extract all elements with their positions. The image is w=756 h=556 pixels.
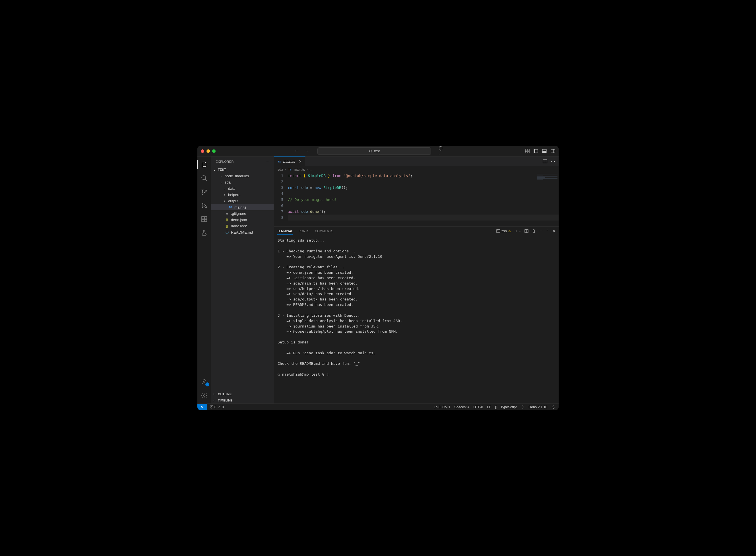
split-terminal-button[interactable] bbox=[525, 229, 529, 233]
timeline-section[interactable]: › TIMELINE bbox=[211, 397, 274, 404]
encoding[interactable]: UTF-8 bbox=[474, 405, 483, 409]
panel-tab-terminal[interactable]: TERMINAL bbox=[277, 228, 293, 235]
tree-folder-helpers[interactable]: › helpers bbox=[211, 192, 274, 198]
breadcrumb-item[interactable]: main.ts bbox=[294, 168, 305, 172]
chevron-right-icon: › bbox=[223, 200, 226, 203]
minimap[interactable] bbox=[536, 173, 559, 226]
copilot-button[interactable]: ⌄ bbox=[438, 146, 443, 156]
svg-point-32 bbox=[523, 407, 523, 407]
breadcrumb[interactable]: sda › TS main.ts › ... bbox=[274, 167, 559, 173]
toggle-sidebar-button[interactable] bbox=[534, 149, 538, 153]
nav-forward-button[interactable]: → bbox=[304, 148, 310, 154]
remote-button[interactable] bbox=[197, 404, 207, 410]
svg-rect-23 bbox=[205, 216, 207, 219]
activity-testing[interactable] bbox=[197, 227, 211, 238]
eol[interactable]: LF bbox=[487, 405, 491, 409]
activity-search[interactable] bbox=[197, 172, 211, 184]
extensions-icon bbox=[201, 216, 208, 222]
activity-accounts[interactable]: 1 bbox=[197, 376, 211, 387]
svg-line-1 bbox=[371, 152, 372, 152]
copilot-icon bbox=[438, 146, 443, 151]
chevron-right-icon: › bbox=[285, 168, 286, 172]
project-name: TEST bbox=[218, 168, 226, 171]
tree-file-main-ts[interactable]: TS main.ts bbox=[211, 204, 274, 210]
close-tab-button[interactable]: ✕ bbox=[299, 159, 302, 164]
tree-file-gitignore[interactable]: ◆ .gitignore bbox=[211, 210, 274, 216]
tree-file-readme[interactable]: ⓘ README.md bbox=[211, 229, 274, 235]
line-number: 8 bbox=[274, 214, 283, 220]
svg-point-3 bbox=[441, 148, 442, 148]
tree-folder-node-modules[interactable]: › node_modules bbox=[211, 173, 274, 179]
maximize-panel-button[interactable]: ⌃ bbox=[546, 229, 549, 233]
typescript-icon: TS bbox=[288, 168, 292, 171]
tree-label: README.md bbox=[231, 230, 253, 235]
copilot-status[interactable] bbox=[521, 405, 525, 409]
terminal-output[interactable]: Starting sda setup... 1 - Checking runti… bbox=[274, 236, 559, 404]
braces-icon: {} bbox=[495, 405, 498, 409]
svg-rect-7 bbox=[528, 151, 529, 153]
split-icon bbox=[543, 159, 547, 164]
svg-point-2 bbox=[440, 148, 440, 148]
chevron-right-icon: › bbox=[223, 187, 226, 190]
outline-section[interactable]: › OUTLINE bbox=[211, 391, 274, 397]
search-text: test bbox=[374, 149, 380, 153]
new-terminal-button[interactable]: ＋ ⌄ bbox=[514, 229, 521, 234]
svg-point-14 bbox=[202, 176, 206, 179]
language-mode[interactable]: {} TypeScript bbox=[495, 405, 517, 409]
cursor-position[interactable]: Ln 8, Col 1 bbox=[434, 405, 450, 409]
maximize-window-button[interactable] bbox=[212, 149, 216, 153]
tree-folder-data[interactable]: › data bbox=[211, 185, 274, 192]
activity-explorer[interactable] bbox=[197, 159, 211, 170]
runtime-version[interactable]: Deno 2.1.10 bbox=[529, 405, 547, 409]
terminal-shell-label[interactable]: zsh ⚠ bbox=[496, 229, 511, 233]
tree-file-deno-json[interactable]: {} deno.json bbox=[211, 216, 274, 223]
breadcrumb-item[interactable]: ... bbox=[310, 168, 312, 172]
tab-main-ts[interactable]: TS main.ts ✕ bbox=[274, 157, 305, 166]
toggle-panel-button[interactable] bbox=[542, 149, 547, 153]
problems-button[interactable]: ⓧ0 ⚠0 bbox=[210, 405, 223, 410]
svg-point-25 bbox=[203, 395, 205, 396]
chevron-down-icon: ⌄ bbox=[220, 181, 223, 184]
editor-more-button[interactable]: ⋯ bbox=[551, 159, 555, 164]
toggle-secondary-sidebar-button[interactable] bbox=[551, 149, 555, 153]
activity-extensions[interactable] bbox=[197, 213, 211, 225]
tree-file-deno-lock[interactable]: {} deno.lock bbox=[211, 223, 274, 229]
svg-point-19 bbox=[205, 206, 207, 208]
chevron-down-icon: ⌄ bbox=[213, 168, 217, 171]
explorer-header: EXPLORER ⋯ bbox=[211, 157, 274, 167]
code-editor[interactable]: 1 2 3 4 5 6 7 8 import { SimpleDB } from… bbox=[274, 173, 559, 226]
tree-folder-sda[interactable]: ⌄ sda bbox=[211, 179, 274, 185]
tree-label: deno.json bbox=[231, 218, 247, 222]
activity-settings[interactable] bbox=[197, 390, 211, 401]
svg-point-17 bbox=[202, 193, 203, 195]
gear-icon bbox=[201, 392, 208, 399]
nav-back-button[interactable]: ← bbox=[294, 148, 299, 154]
minimize-window-button[interactable] bbox=[207, 149, 210, 153]
panel-tab-ports[interactable]: PORTS bbox=[299, 228, 310, 235]
svg-rect-4 bbox=[525, 149, 527, 151]
explorer-more-button[interactable]: ⋯ bbox=[266, 160, 269, 163]
svg-rect-21 bbox=[202, 219, 204, 222]
line-number: 7 bbox=[274, 209, 283, 214]
indentation[interactable]: Spaces: 4 bbox=[454, 405, 469, 409]
split-editor-button[interactable] bbox=[543, 159, 547, 164]
close-window-button[interactable] bbox=[201, 149, 204, 153]
remote-icon bbox=[200, 405, 204, 409]
panel-right-icon bbox=[551, 149, 555, 153]
close-panel-button[interactable]: ✕ bbox=[552, 229, 555, 233]
panel-more-button[interactable]: ⋯ bbox=[539, 229, 543, 233]
panel-tab-comments[interactable]: COMMENTS bbox=[315, 228, 333, 235]
kill-terminal-button[interactable] bbox=[532, 229, 536, 233]
command-center-search[interactable]: test bbox=[317, 147, 431, 155]
svg-rect-6 bbox=[525, 151, 527, 153]
tree-folder-output[interactable]: › output bbox=[211, 198, 274, 204]
layout-customize-button[interactable] bbox=[525, 149, 530, 153]
activity-run-debug[interactable] bbox=[197, 200, 211, 211]
project-root-header[interactable]: ⌄ TEST bbox=[211, 167, 274, 173]
notifications-button[interactable] bbox=[551, 405, 555, 409]
editor-actions: ⋯ bbox=[539, 157, 559, 166]
activity-source-control[interactable] bbox=[197, 186, 211, 198]
svg-point-24 bbox=[203, 380, 205, 382]
tree-label: node_modules bbox=[225, 174, 249, 178]
breadcrumb-item[interactable]: sda bbox=[278, 168, 283, 172]
